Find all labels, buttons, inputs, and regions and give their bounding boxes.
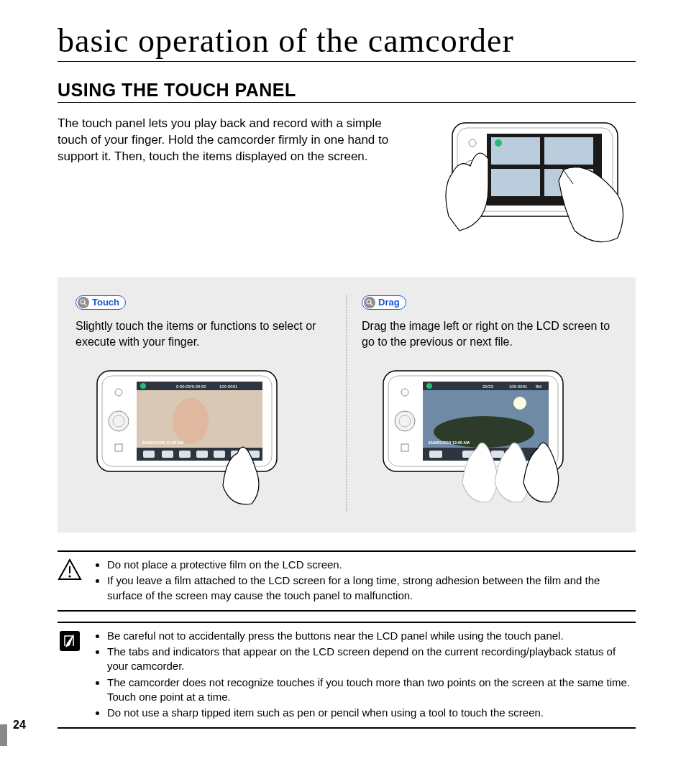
res-text: 8M [536,384,541,389]
svg-rect-25 [143,451,155,458]
svg-point-10 [495,139,502,147]
svg-rect-7 [544,137,593,165]
svg-line-33 [370,303,372,305]
svg-point-36 [395,411,415,431]
svg-point-15 [109,411,129,431]
section-title: USING THE TOUCH PANEL [58,80,636,103]
svg-rect-29 [214,451,225,458]
svg-point-45 [513,397,526,410]
timestamp-text2: JAN/01/2010 12:00 AM [428,441,470,445]
svg-rect-8 [491,169,540,196]
svg-line-12 [84,303,86,305]
svg-point-11 [81,300,85,304]
list-item: Be careful not to accidentally press the… [107,629,636,643]
warning-list: Do not place a protective film on the LC… [93,558,636,604]
chapter-title: basic operation of the camcorder [58,22,636,62]
info-callout: Be careful not to accidentally press the… [58,622,636,729]
list-item: Do not place a protective film on the LC… [107,558,636,572]
main-illustration: 1/10 [434,116,636,252]
touch-description: Slightly touch the items or functions to… [76,318,331,349]
svg-point-42 [426,383,432,389]
gesture-panel: Touch Slightly touch the items or functi… [58,277,636,532]
timecode-text: 0:00:05/0:00:50 [176,384,206,389]
touch-tag: Touch [76,295,126,310]
svg-point-52 [68,576,70,578]
note-icon [58,629,82,653]
touch-label: Touch [92,296,119,309]
list-item: The camcorder does not recognize touches… [107,675,636,705]
page-number: 24 [13,719,26,732]
drag-description: Drag the image left or right on the LCD … [362,318,618,349]
svg-rect-28 [196,451,208,458]
drag-column: Drag Drag the image left or right on the… [362,295,618,511]
svg-rect-27 [179,451,191,458]
clip-id-text: 100-0001 [219,384,238,389]
svg-point-32 [367,300,371,304]
counter-text: 20/33 [483,384,494,389]
touch-illustration: 0:00:05/0:00:50 100-0001 JAN/01/2010 12:… [76,360,306,511]
svg-point-21 [140,383,146,389]
column-divider [346,295,347,511]
warning-callout: Do not place a protective film on the LC… [58,550,636,612]
list-item: The tabs and indicators that appear on t… [107,645,636,674]
intro-paragraph: The touch panel lets you play back and r… [58,116,413,165]
side-tab [0,724,7,746]
magnifier-icon [78,297,89,308]
drag-tag: Drag [362,295,406,310]
clip-id-text2: 100-0001 [509,384,528,389]
magnifier-icon [364,297,375,308]
touch-column: Touch Slightly touch the items or functi… [76,295,331,511]
svg-rect-26 [162,451,173,458]
warning-icon [58,558,82,582]
list-item: Do not use a sharp tipped item such as p… [107,706,636,720]
svg-point-23 [173,398,209,444]
list-item: If you leave a film attached to the LCD … [107,573,636,603]
svg-rect-47 [429,451,442,458]
info-list: Be careful not to accidentally press the… [93,629,636,722]
drag-label: Drag [378,296,400,309]
timestamp-text: JAN/01/2010 12:00 AM [142,441,183,445]
drag-illustration: 20/33 100-0001 8M JAN/01/2010 12:00 AM [362,360,592,511]
